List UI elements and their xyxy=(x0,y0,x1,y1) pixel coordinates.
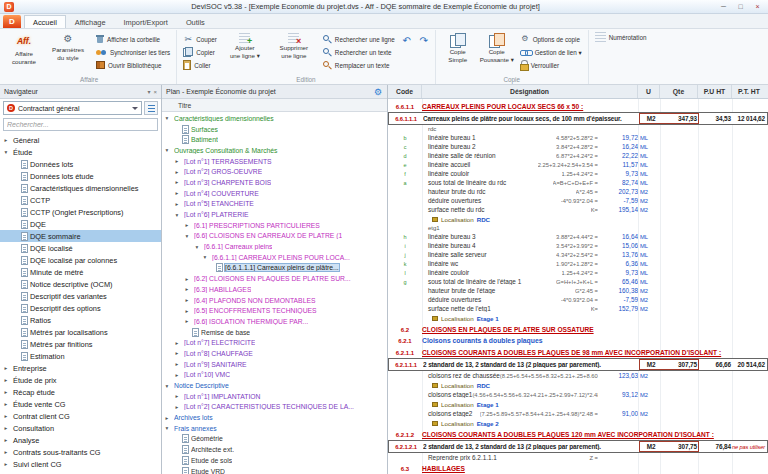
expander-icon[interactable]: ▸ xyxy=(174,340,180,346)
expander-icon[interactable]: ▸ xyxy=(3,137,9,143)
dqe-measure-row[interactable]: d linéaire salle de réunion 6.87*2+4.24*… xyxy=(388,151,768,160)
plan-tree-item[interactable]: ▾ Caractéristiques dimensionnelles xyxy=(162,113,387,124)
dqe-measure-row[interactable]: hauteur brute de l'étage G*2.45 = 160,38… xyxy=(388,286,768,295)
ouvrir-bibliotheque-button[interactable]: Ouvrir Bibliothèque xyxy=(94,59,172,71)
synchroniser-tiers-button[interactable]: Synchroniser les tiers xyxy=(94,46,172,58)
dqe-measure-row[interactable]: j linéaire salle serveur 4.34*2+2.54*2 =… xyxy=(388,250,768,259)
expander-icon[interactable]: ▸ xyxy=(3,401,9,407)
navigator-item[interactable]: DQE localisé par colonnes xyxy=(0,254,161,266)
navigator-item[interactable]: Descriptif des options xyxy=(0,302,161,314)
navigator-item[interactable]: ▸ Suivi client CG xyxy=(0,458,161,470)
plan-tree-item[interactable]: Architecte ext. xyxy=(162,444,387,455)
app-menu-button[interactable]: D xyxy=(3,15,21,28)
navigator-item[interactable]: Notice descriptive (OCM) xyxy=(0,278,161,290)
afficher-corbeille-button[interactable]: Afficher la corbeille xyxy=(94,33,172,45)
maximize-button[interactable]: □ xyxy=(734,3,747,10)
plan-tree-item[interactable]: ▸ [6.2] CLOISONS EN PLAQUES DE PLATRE SU… xyxy=(162,273,387,284)
expander-icon[interactable]: ▸ xyxy=(174,158,180,164)
dqe-measure-row[interactable]: g sous total de linéaire de l'étage 1 G=… xyxy=(388,277,768,286)
plan-tree-item[interactable]: ▸ [6.4] PLAFONDS NON DEMONTABLES xyxy=(162,295,387,306)
annuler-button[interactable] xyxy=(400,34,414,47)
coller-button[interactable]: Coller xyxy=(181,59,219,71)
parametres-style-button[interactable]: Paramètres du style xyxy=(45,31,91,61)
expander-icon[interactable]: ▸ xyxy=(174,404,180,410)
navigator-item[interactable]: ▸ Étude de prix xyxy=(0,374,161,386)
plan-tree-item[interactable]: ▸ [6.5] ENCOFFREMENTS TECHNIQUES xyxy=(162,305,387,316)
plan-tree-item[interactable]: ▾ Notice Descriptive xyxy=(162,380,387,391)
navigator-item[interactable]: Données lots étude xyxy=(0,170,161,182)
localisation-value[interactable]: Etage 2 xyxy=(477,420,499,427)
expander-icon[interactable]: ▾ xyxy=(3,149,9,155)
dqe-localisation-row[interactable]: Localisation Etage 1 xyxy=(388,313,768,323)
plan-tree-item[interactable]: ▸ [Lot n°7] ELECTRICITE xyxy=(162,337,387,348)
dqe-section-row[interactable]: 6.2 CLOISONS EN PLAQUES DE PLATRE SUR OS… xyxy=(388,323,768,335)
item-unit-price[interactable]: 34,53 xyxy=(699,115,733,122)
expander-icon[interactable]: ▸ xyxy=(174,190,180,196)
expander-icon[interactable]: ▸ xyxy=(3,461,9,467)
dqe-measure-row[interactable]: a sous total de linéaire du rdc A=B+C+D+… xyxy=(388,178,768,187)
plan-tree-item[interactable]: Etude de sols xyxy=(162,455,387,466)
dqe-section-row[interactable]: 6.6.1.1 CARREAUX PLEINS POUR LOCAUX SECS… xyxy=(388,100,768,112)
expander-icon[interactable]: ▸ xyxy=(164,415,170,421)
expander-icon[interactable]: ▾ xyxy=(164,425,170,431)
dqe-measure-row[interactable]: l linéaire couloir 1.25+4.24*2 = 9,73 ML xyxy=(388,268,768,277)
plan-tree-item[interactable]: ▸ [Lot n°4] COUVERTURE xyxy=(162,188,387,199)
plan-settings-gear-icon[interactable] xyxy=(373,87,383,97)
expander-icon[interactable]: ▸ xyxy=(3,437,9,443)
plan-tree-item[interactable]: ▾ Frais annexes xyxy=(162,423,387,434)
profile-dropdown[interactable]: D Contractant général xyxy=(3,101,142,115)
expander-icon[interactable]: ▸ xyxy=(184,308,190,314)
rechercher-texte-button[interactable]: Rechercher un texte xyxy=(320,46,397,58)
panel-close-icon[interactable]: × xyxy=(153,89,157,95)
dqe-measure-row[interactable]: k linéaire wc 1.90*2+1.28*2 = 6,36 ML xyxy=(388,259,768,268)
dqe-section-row[interactable]: 6.3 HABILLAGES xyxy=(388,462,768,474)
dqe-measure-row[interactable]: cloisons etage2 (7.25+5.89+5.57+8.54+4.2… xyxy=(388,409,768,418)
item-quantity[interactable]: 307,75 xyxy=(662,361,698,368)
plan-tree-item[interactable]: ▾ [6.6] CLOISONS EN CARREAUX DE PLATRE (… xyxy=(162,231,387,242)
dqe-section-row[interactable]: 6.2.1.2 CLOISONS COURANTS A DOUBLES PLAQ… xyxy=(388,428,768,440)
dqe-measure-row[interactable]: i linéaire bureau 4 3.54*2+3.99*2 = 15,0… xyxy=(388,241,768,250)
dqe-item-row[interactable]: 6.2.1.1.1 2 standard de 13, 2 standard d… xyxy=(388,358,768,371)
expander-icon[interactable]: ▸ xyxy=(184,276,190,282)
couper-button[interactable]: Couper xyxy=(181,33,219,45)
navigator-item[interactable]: Descriptif des variantes xyxy=(0,290,161,302)
navigator-item[interactable]: CCTP (Onglet Prescriptions) xyxy=(0,206,161,218)
navigator-item[interactable]: ▸ Contrats sous-traitants CG xyxy=(0,446,161,458)
expander-icon[interactable]: ▸ xyxy=(3,425,9,431)
localisation-value[interactable]: Etage 1 xyxy=(477,401,499,408)
item-unit-price[interactable]: 76,84 xyxy=(699,443,733,450)
ribbon-tab[interactable]: Import/Export xyxy=(115,15,177,28)
verrouiller-button[interactable]: Verrouiller xyxy=(518,59,584,71)
copie-simple-button[interactable]: Copie Simple xyxy=(440,31,476,63)
dqe-item-row[interactable]: 6.6.1.1.1 Carreaux pleins de plâtre pour… xyxy=(388,112,768,125)
dqe-zone-label-row[interactable]: etg1 xyxy=(388,224,768,232)
plan-tree-item[interactable]: ▸ [Lot n°2] GROS-OEUVRE xyxy=(162,166,387,177)
expander-icon[interactable]: ▸ xyxy=(174,361,180,367)
navigator-item[interactable]: Données lots xyxy=(0,158,161,170)
plan-tree-item[interactable]: Etude VRD xyxy=(162,466,387,474)
item-quantity[interactable]: 347,93 xyxy=(662,115,698,122)
dqe-measure-row[interactable]: cloisons etage1 (4.56+6.54+5.56+6.32+4.2… xyxy=(388,390,768,399)
localisation-value[interactable]: Etage 1 xyxy=(477,315,499,322)
plan-tree-item[interactable]: ▸ [6.3] HABILLAGES xyxy=(162,284,387,295)
expander-icon[interactable]: ▸ xyxy=(184,222,190,228)
expander-icon[interactable]: ▸ xyxy=(184,318,190,324)
dqe-measure-row[interactable]: e linéaire accueil 2.25+3.24+2.54+3.54 =… xyxy=(388,160,768,169)
dqe-localisation-row[interactable]: Localisation Etage 1 xyxy=(388,399,768,409)
item-quantity[interactable]: 307,75 xyxy=(662,443,698,450)
search-input[interactable] xyxy=(3,118,158,131)
dqe-subsection-row[interactable]: 6.2.1 Cloisons courants à doubles plaque… xyxy=(388,335,768,346)
navigator-item[interactable]: ▸ Général xyxy=(0,134,161,146)
remplacer-texte-button[interactable]: Remplacer un texte xyxy=(320,59,397,71)
expander-icon[interactable]: ▾ xyxy=(194,244,200,250)
plan-tree-item[interactable]: ▸ [6.6] ISOLATION THERMIQUE PAR... xyxy=(162,316,387,327)
plan-tree-item[interactable]: ▸ Archives lots xyxy=(162,412,387,423)
ribbon-tab[interactable]: Accueil xyxy=(24,15,66,28)
dqe-item-row[interactable]: 6.2.1.2.1 2 standard de 13, 2 standard d… xyxy=(388,440,768,453)
expander-icon[interactable]: ▸ xyxy=(3,389,9,395)
navigator-item[interactable]: DQE xyxy=(0,218,161,230)
navigator-item[interactable]: ▸ Étude vente CG xyxy=(0,398,161,410)
expander-icon[interactable]: ▸ xyxy=(3,413,9,419)
navigator-item[interactable]: CCTP xyxy=(0,194,161,206)
plan-tree-item[interactable]: ▸ [Lot n°10] VMC xyxy=(162,370,387,381)
